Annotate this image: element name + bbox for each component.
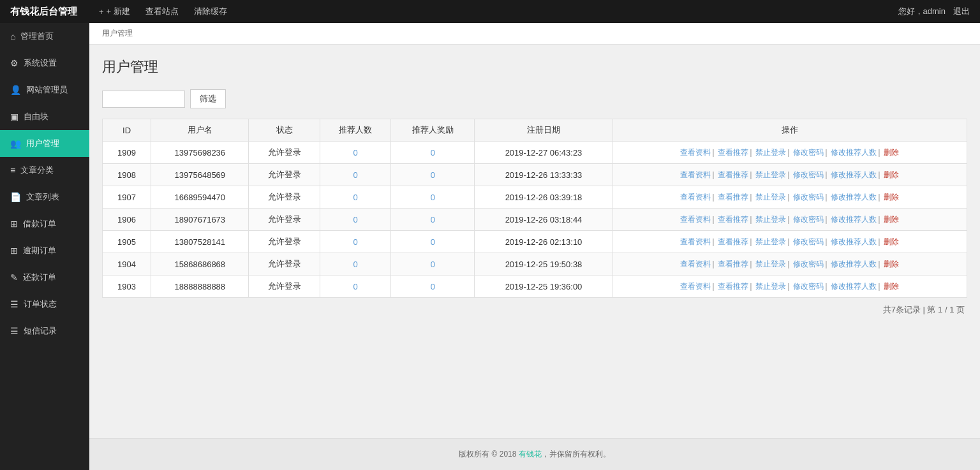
app-logo: 有钱花后台管理 [10, 6, 77, 18]
sep: | [750, 192, 752, 202]
change-referral-count-link[interactable]: 修改推荐人数 [831, 193, 877, 202]
change-password-link[interactable]: 修改密码 [793, 282, 824, 291]
sidebar-item-overdue-orders[interactable]: ⊞ 逾期订单 [0, 237, 89, 264]
search-input[interactable] [102, 91, 185, 108]
view-profile-link[interactable]: 查看资料 [680, 282, 711, 291]
change-password-link[interactable]: 修改密码 [793, 215, 824, 224]
footer-brand-link[interactable]: 有钱花 [519, 450, 542, 459]
sidebar-label-users: 用户管理 [26, 138, 59, 149]
view-referrals-link[interactable]: 查看推荐 [718, 148, 748, 157]
sep: | [825, 192, 827, 202]
delete-link[interactable]: 删除 [884, 237, 899, 246]
sep: | [878, 237, 880, 246]
cell-reward: 0 [391, 275, 475, 298]
sep: | [878, 214, 880, 224]
change-password-link[interactable]: 修改密码 [793, 148, 824, 157]
change-password-link[interactable]: 修改密码 [793, 260, 824, 268]
change-referral-count-link[interactable]: 修改推荐人数 [831, 282, 877, 291]
view-profile-link[interactable]: 查看资料 [680, 148, 711, 157]
new-button-label: + 新建 [107, 6, 130, 17]
cell-id: 1903 [103, 275, 151, 298]
sidebar-item-article-cat[interactable]: ≡ 文章分类 [0, 157, 89, 184]
sep: | [750, 214, 752, 224]
delete-link[interactable]: 删除 [884, 193, 899, 202]
freeblock-icon: ▣ [10, 112, 19, 122]
cell-username: 18888888888 [151, 275, 249, 298]
sep: | [787, 214, 789, 224]
sidebar-item-sms-records[interactable]: ☰ 短信记录 [0, 318, 89, 344]
delete-link[interactable]: 删除 [884, 215, 899, 224]
change-referral-count-link[interactable]: 修改推荐人数 [831, 215, 877, 224]
delete-link[interactable]: 删除 [884, 260, 899, 268]
sidebar-item-home[interactable]: ⌂ 管理首页 [0, 23, 89, 50]
clear-cache-label: 清除缓存 [194, 6, 227, 17]
cell-reward: 0 [391, 253, 475, 275]
col-id: ID [103, 119, 151, 142]
view-profile-link[interactable]: 查看资料 [680, 237, 711, 246]
ban-login-link[interactable]: 禁止登录 [755, 148, 786, 157]
cell-reward: 0 [391, 231, 475, 253]
view-referrals-link[interactable]: 查看推荐 [718, 260, 748, 268]
clear-cache-button[interactable]: 清除缓存 [188, 3, 234, 20]
sidebar-item-users[interactable]: 👥 用户管理 [0, 130, 89, 157]
view-profile-link[interactable]: 查看资料 [680, 170, 711, 179]
filter-button[interactable]: 筛选 [190, 89, 226, 108]
ban-login-link[interactable]: 禁止登录 [755, 237, 786, 246]
sep: | [712, 281, 714, 291]
cell-username: 13807528141 [151, 231, 249, 253]
breadcrumb: 用户管理 [89, 23, 980, 45]
view-site-label: 查看站点 [145, 6, 179, 17]
cell-referrals: 0 [320, 186, 390, 209]
logout-link[interactable]: 退出 [953, 6, 970, 17]
change-referral-count-link[interactable]: 修改推荐人数 [831, 148, 877, 157]
delete-link[interactable]: 删除 [884, 148, 899, 157]
cell-username: 18907671673 [151, 209, 249, 231]
cell-status: 允许登录 [249, 275, 320, 298]
col-username: 用户名 [151, 119, 249, 142]
sidebar-item-admin[interactable]: 👤 网站管理员 [0, 77, 89, 103]
change-password-link[interactable]: 修改密码 [793, 193, 824, 202]
cell-actions: 查看资料| 查看推荐| 禁止登录| 修改密码| 修改推荐人数| 删除 [612, 275, 967, 298]
sidebar-item-settings[interactable]: ⚙ 系统设置 [0, 50, 89, 77]
sidebar-item-repay-orders[interactable]: ✎ 还款订单 [0, 264, 89, 291]
view-profile-link[interactable]: 查看资料 [680, 260, 711, 268]
sidebar-item-loan-orders[interactable]: ⊞ 借款订单 [0, 210, 89, 237]
sep: | [787, 281, 789, 291]
pagination-info: 共7条记录 | 第 1 / 1 页 [102, 298, 967, 322]
sidebar-item-order-status[interactable]: ☰ 订单状态 [0, 291, 89, 318]
ban-login-link[interactable]: 禁止登录 [755, 282, 786, 291]
change-password-link[interactable]: 修改密码 [793, 170, 824, 179]
cell-status: 允许登录 [249, 253, 320, 275]
change-referral-count-link[interactable]: 修改推荐人数 [831, 237, 877, 246]
delete-link[interactable]: 删除 [884, 170, 899, 179]
change-referral-count-link[interactable]: 修改推荐人数 [831, 170, 877, 179]
view-profile-link[interactable]: 查看资料 [680, 215, 711, 224]
ban-login-link[interactable]: 禁止登录 [755, 260, 786, 268]
ban-login-link[interactable]: 禁止登录 [755, 215, 786, 224]
footer-text-after: ，并保留所有权利。 [542, 450, 611, 459]
cell-status: 允许登录 [249, 186, 320, 209]
sidebar-item-freeblock[interactable]: ▣ 自由块 [0, 103, 89, 130]
col-status: 状态 [249, 119, 320, 142]
view-profile-link[interactable]: 查看资料 [680, 193, 711, 202]
new-button[interactable]: + + 新建 [93, 3, 137, 20]
view-referrals-link[interactable]: 查看推荐 [718, 215, 748, 224]
cell-referrals: 0 [320, 164, 390, 186]
article-list-icon: 📄 [10, 192, 21, 202]
ban-login-link[interactable]: 禁止登录 [755, 170, 786, 179]
delete-link[interactable]: 删除 [884, 282, 899, 291]
view-site-button[interactable]: 查看站点 [139, 3, 185, 20]
order-status-icon: ☰ [10, 299, 19, 309]
sep: | [787, 170, 789, 179]
cell-actions: 查看资料| 查看推荐| 禁止登录| 修改密码| 修改推荐人数| 删除 [612, 142, 967, 164]
sep: | [878, 192, 880, 202]
sidebar-item-article-list[interactable]: 📄 文章列表 [0, 184, 89, 210]
view-referrals-link[interactable]: 查看推荐 [718, 282, 748, 291]
ban-login-link[interactable]: 禁止登录 [755, 193, 786, 202]
change-password-link[interactable]: 修改密码 [793, 237, 824, 246]
change-referral-count-link[interactable]: 修改推荐人数 [831, 260, 877, 268]
view-referrals-link[interactable]: 查看推荐 [718, 193, 748, 202]
view-referrals-link[interactable]: 查看推荐 [718, 170, 748, 179]
sep: | [750, 170, 752, 179]
view-referrals-link[interactable]: 查看推荐 [718, 237, 748, 246]
